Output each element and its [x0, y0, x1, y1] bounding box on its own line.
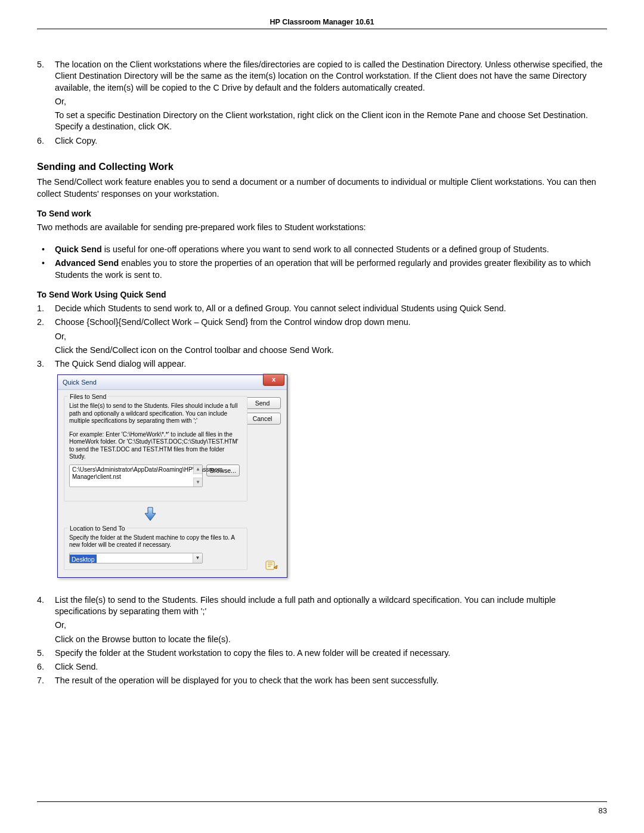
quick-send-text: is useful for one-off operations where y…: [102, 244, 549, 254]
close-icon: x: [272, 376, 275, 383]
list-marker: 7.: [37, 675, 44, 686]
list-marker: 5.: [37, 59, 44, 70]
advanced-send-label: Advanced Send: [55, 258, 119, 268]
post-step-7: 7. The result of the operation will be d…: [37, 675, 607, 686]
send-methods-list: Quick Send is useful for one-off operati…: [37, 244, 607, 281]
post-step-4a: List the file(s) to send to the Students…: [55, 594, 607, 618]
qs-step-3-text: The Quick Send dialog will appear.: [55, 359, 186, 368]
quick-send-heading: To Send Work Using Quick Send: [37, 289, 607, 301]
arrow-down-icon: [64, 506, 237, 525]
files-to-send-group: Files to Send List the file(s) to send t…: [64, 396, 247, 501]
qs-step-2: 2. Choose {School}{Send/Collect Work – Q…: [37, 317, 607, 356]
to-send-intro: Two methods are available for sending pr…: [37, 222, 607, 233]
or-label: Or,: [55, 331, 607, 342]
quick-send-label: Quick Send: [55, 244, 102, 254]
list-marker: 4.: [37, 594, 44, 606]
location-combo[interactable]: Desktop ▼: [69, 553, 203, 563]
post-step-7-text: The result of the operation will be disp…: [55, 676, 438, 685]
svg-rect-0: [266, 561, 274, 569]
list-marker: 3.: [37, 358, 44, 370]
qs-step-1: 1. Decide which Students to send work to…: [37, 303, 607, 314]
page-number: 83: [599, 806, 607, 815]
files-help-1: List the file(s) to send to the Students…: [69, 402, 242, 425]
list-marker: 6.: [37, 135, 44, 147]
quick-send-steps: 1. Decide which Students to send work to…: [37, 303, 607, 370]
numbered-list-continued: 5. The location on the Client workstatio…: [37, 59, 607, 147]
post-step-6: 6. Click Send.: [37, 661, 607, 673]
qs-step-1-text: Decide which Students to send work to, A…: [55, 304, 506, 313]
to-send-work-heading: To Send work: [37, 208, 607, 219]
location-group: Location to Send To Specify the folder a…: [64, 528, 247, 570]
step-5-paragraph-1: The location on the Client workstations …: [55, 59, 607, 94]
location-legend: Location to Send To: [68, 524, 127, 532]
post-step-4: 4. List the file(s) to send to the Stude…: [37, 594, 607, 645]
files-legend: Files to Send: [68, 392, 108, 401]
page-content: 5. The location on the Client workstatio…: [37, 59, 607, 687]
quick-send-bullet: Quick Send is useful for one-off operati…: [37, 244, 607, 255]
chevron-down-icon[interactable]: ▼: [193, 553, 202, 563]
location-help: Specify the folder at the Student machin…: [69, 534, 242, 549]
step-5: 5. The location on the Client workstatio…: [37, 59, 607, 133]
send-button[interactable]: Send: [244, 397, 281, 409]
step-6-text: Click Copy.: [55, 136, 97, 145]
post-step-5: 5. Specify the folder at the Student wor…: [37, 648, 607, 659]
files-help-2: For example: Enter 'C:\HomeWork\*.*' to …: [69, 431, 242, 461]
location-value: Desktop: [70, 555, 97, 563]
qs-step-2b: Click the Send/Collect icon on the Contr…: [55, 345, 607, 356]
qs-step-2a: Choose {School}{Send/Collect Work – Quic…: [55, 317, 607, 328]
qs-step-3: 3. The Quick Send dialog will appear.: [37, 358, 607, 370]
help-icon[interactable]: [265, 559, 278, 571]
footer-rule: [37, 801, 607, 802]
document-page: HP Classroom Manager 10.61 5. The locati…: [0, 0, 644, 833]
post-step-4b: Click on the Browse button to locate the…: [55, 634, 607, 645]
step-5-paragraph-2: To set a specific Destination Directory …: [55, 110, 607, 133]
scroll-down-icon[interactable]: ▼: [193, 478, 202, 487]
page-header: HP Classroom Manager 10.61: [37, 18, 607, 29]
advanced-send-text: enables you to store the properties of a…: [55, 258, 591, 279]
list-marker: 5.: [37, 648, 44, 659]
quick-send-dialog: Quick Send x Send Cancel Files to Send L…: [57, 374, 287, 577]
dialog-title: Quick Send: [63, 378, 97, 387]
dialog-titlebar[interactable]: Quick Send x: [58, 375, 287, 390]
post-step-6-text: Click Send.: [55, 662, 98, 671]
or-label: Or,: [55, 620, 607, 631]
dialog-side-buttons: Send Cancel: [244, 397, 281, 428]
close-button[interactable]: x: [263, 374, 284, 386]
advanced-send-bullet: Advanced Send enables you to store the p…: [37, 258, 607, 281]
scroll-up-icon[interactable]: ▲: [193, 465, 202, 474]
list-marker: 1.: [37, 303, 44, 314]
post-dialog-steps: 4. List the file(s) to send to the Stude…: [37, 594, 607, 687]
step-6: 6. Click Copy.: [37, 135, 607, 147]
files-path-input[interactable]: C:\Users\Administrator\AppData\Roaming\H…: [69, 465, 203, 487]
or-label: Or,: [55, 96, 607, 107]
dialog-body: Send Cancel Files to Send List the file(…: [58, 390, 287, 577]
section-intro: The Send/Collect work feature enables yo…: [37, 176, 607, 200]
list-marker: 2.: [37, 317, 44, 328]
post-step-5-text: Specify the folder at the Student workst…: [55, 648, 450, 658]
cancel-button[interactable]: Cancel: [244, 413, 281, 425]
section-heading: Sending and Collecting Work: [37, 160, 607, 173]
list-marker: 6.: [37, 661, 44, 673]
